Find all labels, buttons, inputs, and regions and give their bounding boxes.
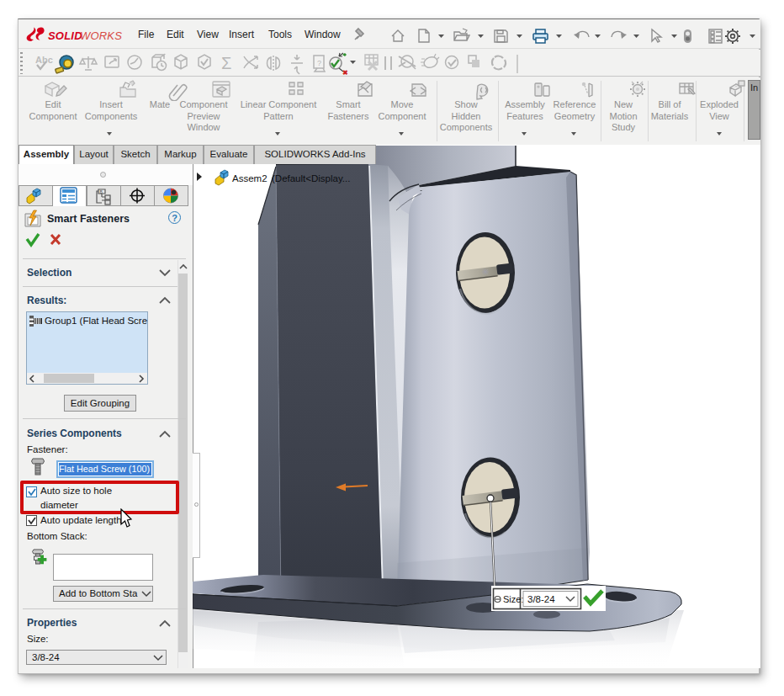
- svg-text:3/8-24: 3/8-24: [527, 594, 555, 604]
- svg-text:Σ: Σ: [221, 54, 231, 72]
- svg-text:WORKS: WORKS: [80, 29, 122, 42]
- svg-text:Size:: Size:: [503, 594, 523, 604]
- svg-text:Assem2: Assem2: [232, 173, 268, 183]
- svg-text:SOLID: SOLID: [48, 29, 82, 42]
- svg-text:✖: ✖: [342, 69, 348, 77]
- svg-text:?: ?: [317, 59, 321, 67]
